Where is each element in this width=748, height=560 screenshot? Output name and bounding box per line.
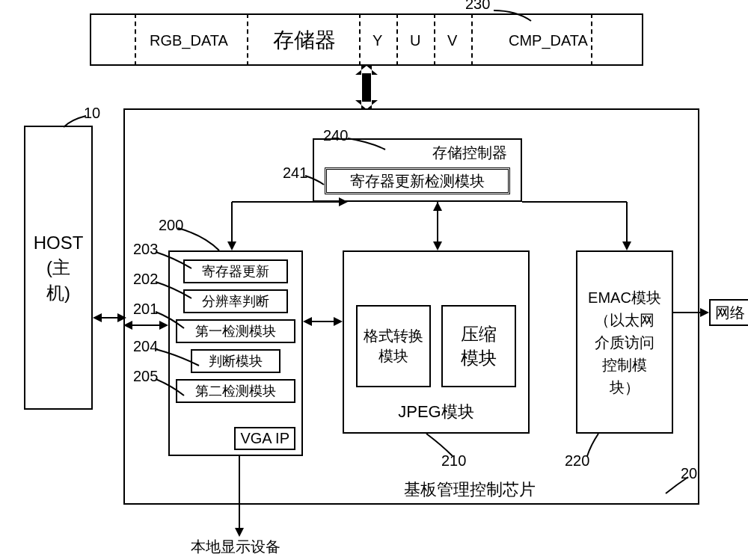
svg-marker-12 bbox=[622, 241, 631, 250]
svg-marker-21 bbox=[334, 317, 343, 326]
vga-reg-update: 寄存器更新 bbox=[183, 259, 288, 283]
vga-first-detect: 第一检测模块 bbox=[176, 319, 295, 343]
ref-241: 241 bbox=[283, 164, 307, 182]
ref-203: 203 bbox=[133, 241, 158, 258]
memory-v: V bbox=[447, 32, 457, 49]
svg-rect-1 bbox=[362, 73, 371, 102]
vga-second-detect: 第二检测模块 bbox=[176, 379, 295, 403]
jpeg-fmt: 格式转换 模块 bbox=[356, 305, 431, 387]
chip-title: 基板管理控制芯片 bbox=[404, 479, 536, 501]
emac-block: EMAC模块 （以太网 介质访问 控制模 块） bbox=[576, 250, 673, 434]
ref-202: 202 bbox=[133, 271, 158, 288]
memory-title: 存储器 bbox=[273, 26, 336, 55]
emac-label: EMAC模块 （以太网 介质访问 控制模 块） bbox=[588, 286, 661, 399]
local-display: 本地显示设备 bbox=[191, 537, 280, 557]
memctrl-title: 存储控制器 bbox=[432, 143, 507, 163]
memory-y: Y bbox=[373, 32, 382, 49]
svg-marker-17 bbox=[123, 321, 132, 330]
svg-marker-18 bbox=[159, 321, 168, 330]
memctrl-submodule: 寄存器更新检测模块 bbox=[325, 167, 510, 194]
ref-201: 201 bbox=[133, 301, 158, 318]
host-block: HOST (主 机) bbox=[24, 126, 93, 410]
svg-marker-14 bbox=[93, 313, 102, 322]
memory-cmp: CMP_DATA bbox=[509, 32, 588, 49]
svg-marker-20 bbox=[303, 317, 312, 326]
memctrl-block: 存储控制器 寄存器更新检测模块 bbox=[313, 138, 522, 202]
jpeg-block: 格式转换 模块 压缩 模块 JPEG模块 bbox=[343, 250, 530, 434]
ref-205: 205 bbox=[133, 368, 158, 385]
ref-204: 204 bbox=[133, 338, 158, 355]
svg-marker-9 bbox=[433, 241, 442, 250]
ref-240: 240 bbox=[323, 127, 348, 144]
vga-name: VGA IP bbox=[234, 427, 295, 450]
jpeg-compress: 压缩 模块 bbox=[441, 305, 516, 387]
svg-marker-23 bbox=[700, 308, 709, 317]
vga-judge: 判断模块 bbox=[191, 349, 280, 373]
ref-220: 220 bbox=[565, 452, 589, 470]
memory-u: U bbox=[410, 32, 420, 49]
svg-marker-8 bbox=[433, 202, 442, 211]
host-label: HOST (主 机) bbox=[34, 230, 84, 306]
vga-res-judge: 分辨率判断 bbox=[183, 289, 288, 313]
jpeg-title: JPEG模块 bbox=[398, 401, 473, 423]
network-box: 网络 bbox=[709, 299, 748, 326]
svg-marker-25 bbox=[235, 528, 244, 537]
memory-rgb: RGB_DATA bbox=[150, 32, 228, 49]
